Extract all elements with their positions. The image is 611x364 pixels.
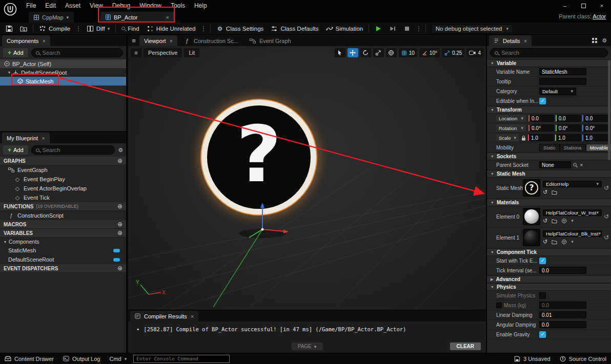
frame-skip-button[interactable] xyxy=(385,23,400,34)
menu-tools[interactable]: Tools xyxy=(166,0,190,11)
property-matrix-icon[interactable] xyxy=(592,37,598,44)
rotation-z-field[interactable]: 0.0° xyxy=(582,124,608,132)
mobility-stationary-option[interactable]: Stationa xyxy=(560,144,586,152)
details-search-input[interactable] xyxy=(501,50,603,56)
chevron-down-icon[interactable]: ▾ xyxy=(571,239,574,244)
location-z-field[interactable]: 0.0 xyxy=(582,115,608,122)
scale-snap-control[interactable]: 0.25 xyxy=(442,48,464,57)
add-macro-icon[interactable]: ⊕ xyxy=(117,221,123,228)
rotation-snap-control[interactable]: 10° xyxy=(419,48,440,57)
viewport-3d[interactable]: ? Y X ≡ Perspective Li xyxy=(128,46,486,310)
browse-to-asset-icon[interactable] xyxy=(552,189,557,195)
add-function-icon[interactable]: ⊕ xyxy=(117,203,123,210)
rotation-x-field[interactable]: 0.0° xyxy=(528,124,554,132)
event-dispatchers-section-header[interactable]: EVENT DISPATCHERS ⊕ xyxy=(0,264,126,273)
parent-socket-field[interactable]: None xyxy=(539,161,571,168)
editable-checkbox[interactable]: ✓ xyxy=(539,98,546,104)
my-blueprint-search[interactable] xyxy=(31,145,115,155)
element0-asset-dropdown[interactable]: HelpFlatColour_W_Inst ▾ xyxy=(543,209,602,216)
source-control-button[interactable]: Source Control xyxy=(555,353,611,364)
component-row-defaultsceneroot[interactable]: ▾ DefaultSceneRoot xyxy=(0,68,126,77)
camera-speed-control[interactable]: 4 xyxy=(466,48,483,57)
unsaved-button[interactable]: 3 Unsaved xyxy=(510,353,555,364)
graphs-section-header[interactable]: GRAPHS ⊕ xyxy=(0,157,126,165)
category-dropdown[interactable]: Default ▾ xyxy=(539,88,576,95)
socket-clear-icon[interactable]: × xyxy=(580,162,583,168)
tab-details[interactable]: Details × xyxy=(489,35,532,46)
graph-row-eventgraph[interactable]: EventGraph xyxy=(0,165,126,175)
menu-help[interactable]: Help xyxy=(190,0,212,11)
element1-asset-dropdown[interactable]: HelpFlatColour_Blk_Inst ▾ xyxy=(543,230,602,237)
save-asset-button[interactable] xyxy=(2,23,16,34)
hide-unrelated-button[interactable]: Hide Unrelated xyxy=(143,23,199,34)
mobility-movable-option[interactable]: Movable xyxy=(586,144,611,152)
close-icon[interactable]: × xyxy=(191,313,194,319)
find-button[interactable]: Find xyxy=(118,23,142,34)
add-variable-icon[interactable]: ⊕ xyxy=(117,229,123,237)
menu-asset[interactable]: Asset xyxy=(60,0,85,11)
stop-button[interactable] xyxy=(400,23,414,34)
menu-view[interactable]: View xyxy=(85,0,108,11)
lit-dropdown[interactable]: Lit xyxy=(184,48,199,57)
components-search[interactable] xyxy=(31,48,123,57)
close-icon[interactable]: × xyxy=(593,0,611,11)
functions-section-header[interactable]: FUNCTIONS (19 OVERRIDABLE) ⊕ xyxy=(0,202,126,211)
select-tool-button[interactable] xyxy=(335,48,345,57)
browse-to-asset-icon[interactable] xyxy=(552,239,557,245)
rotate-tool-button[interactable] xyxy=(360,48,371,57)
add-event-dispatcher-icon[interactable]: ⊕ xyxy=(117,265,123,272)
static-mesh-asset-dropdown[interactable]: EditorHelp ▾ xyxy=(543,181,602,187)
details-search[interactable] xyxy=(490,48,608,57)
macros-section-header[interactable]: MACROS ⊕ xyxy=(0,220,126,229)
tab-my-blueprint[interactable]: My Blueprint × xyxy=(2,133,50,143)
cmd-dropdown[interactable]: Cmd ▾ xyxy=(105,353,131,364)
close-icon[interactable]: × xyxy=(42,135,45,141)
scale-x-field[interactable]: 1.0 xyxy=(528,134,554,141)
compile-button[interactable]: Compile xyxy=(35,23,74,34)
element0-thumbnail[interactable] xyxy=(523,208,540,225)
reset-to-default-icon[interactable]: ↺ xyxy=(604,213,609,220)
page-dropdown[interactable]: PAGE ▾ xyxy=(292,342,323,350)
component-row-staticmesh[interactable]: StaticMesh xyxy=(0,77,126,85)
event-row-tick[interactable]: ◇ Event Tick xyxy=(0,193,126,202)
function-row-constructionscript[interactable]: ƒ ConstructionScript xyxy=(0,211,126,220)
browse-to-asset-icon[interactable] xyxy=(552,218,557,224)
diff-button[interactable]: Diff ▾ xyxy=(83,23,114,34)
close-icon[interactable]: × xyxy=(170,38,173,44)
menu-debug[interactable]: Debug xyxy=(108,0,135,11)
location-dropdown[interactable]: Location ▾ xyxy=(496,115,526,122)
section-physics[interactable]: ▼ Physics xyxy=(487,283,611,291)
translate-gizmo[interactable] xyxy=(237,200,293,241)
reset-to-default-icon[interactable]: ↺ xyxy=(604,184,609,191)
event-row-beginplay[interactable]: ◇ Event BeginPlay xyxy=(0,175,126,184)
use-selected-asset-icon[interactable]: ↺ xyxy=(543,189,547,196)
static-mesh-thumbnail[interactable]: ? xyxy=(523,179,540,197)
expander-icon[interactable]: ▾ xyxy=(8,70,10,75)
add-new-button[interactable]: + Add xyxy=(3,145,28,155)
chevron-down-icon[interactable]: ▾ xyxy=(571,218,574,223)
variables-section-header[interactable]: VARIABLES ⊕ xyxy=(0,229,126,238)
tab-components[interactable]: Components × xyxy=(2,35,50,46)
world-space-toggle-button[interactable] xyxy=(386,48,397,57)
content-drawer-button[interactable]: Content Drawer xyxy=(0,353,58,364)
start-tick-checkbox[interactable]: ✓ xyxy=(539,258,546,264)
perspective-dropdown[interactable]: Perspective xyxy=(144,48,182,57)
maximize-icon[interactable] xyxy=(574,0,593,11)
question-mark-mesh[interactable]: ? xyxy=(201,100,316,215)
tick-interval-field[interactable]: 0.0 xyxy=(539,267,586,274)
tooltip-field[interactable] xyxy=(539,78,586,85)
dock-menu-icon[interactable]: ≡ xyxy=(128,35,139,46)
mass-field[interactable]: 0.0 xyxy=(539,302,586,309)
parent-class-link[interactable]: Actor xyxy=(593,13,606,19)
class-settings-button[interactable]: ⚙ Class Settings xyxy=(213,23,268,34)
simulation-button[interactable]: Simulation xyxy=(322,23,367,34)
menu-edit[interactable]: Edit xyxy=(40,0,60,11)
variable-row-defaultsceneroot[interactable]: DefaultSceneRoot xyxy=(0,255,126,264)
use-selected-asset-icon[interactable]: ↺ xyxy=(543,239,547,245)
components-search-input[interactable] xyxy=(43,50,118,56)
class-defaults-button[interactable]: Class Defaults xyxy=(267,23,322,34)
console-command-input[interactable] xyxy=(136,356,227,361)
browse-asset-button[interactable] xyxy=(16,23,31,34)
hide-unrelated-options-icon[interactable]: ⋮ xyxy=(199,25,208,32)
close-icon[interactable]: × xyxy=(42,38,45,44)
